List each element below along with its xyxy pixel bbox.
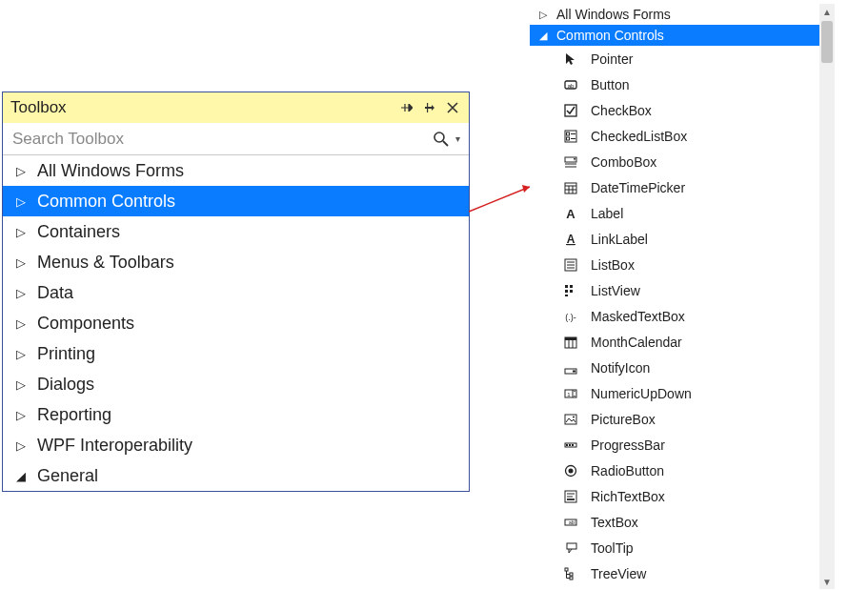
category-data[interactable]: ▷ Data — [3, 277, 469, 308]
svg-point-44 — [573, 416, 575, 417]
tool-label: LinkLabel — [591, 232, 648, 247]
tool-label: ProgressBar — [591, 437, 665, 453]
tool-listbox[interactable]: ListBox — [530, 252, 819, 277]
category-menus-toolbars[interactable]: ▷ Menus & Toolbars — [3, 247, 469, 277]
tool-linklabel[interactable]: A LinkLabel — [530, 226, 819, 252]
tool-button[interactable]: ab Button — [530, 71, 819, 97]
tool-radiobutton[interactable]: RadioButton — [530, 458, 819, 483]
search-dropdown-icon[interactable]: ▾ — [452, 133, 463, 144]
category-common-controls[interactable]: ▷ Common Controls — [3, 186, 469, 216]
tool-combobox[interactable]: ComboBox — [530, 149, 819, 174]
radiobutton-icon — [562, 462, 579, 479]
notifyicon-icon — [562, 359, 579, 376]
svg-rect-16 — [565, 183, 576, 193]
maskedtextbox-icon: (.)- — [562, 308, 579, 325]
category-components[interactable]: ▷ Components — [3, 308, 469, 338]
toolbox-panel: Toolbox ▾ ▷ All Windows Forms ▷ Common C… — [2, 92, 470, 492]
svg-rect-47 — [569, 444, 571, 446]
tool-richtextbox[interactable]: RichTextBox — [530, 483, 819, 509]
svg-text:abl: abl — [569, 519, 575, 525]
svg-rect-43 — [565, 415, 576, 424]
category-containers[interactable]: ▷ Containers — [3, 216, 469, 247]
svg-rect-9 — [567, 132, 570, 135]
combobox-icon — [562, 153, 579, 171]
category-printing[interactable]: ▷ Printing — [3, 338, 469, 369]
svg-text:(.)-: (.)- — [565, 313, 576, 322]
search-input[interactable] — [10, 129, 431, 150]
toolbox-expanded-panel: ▷ All Windows Forms ◢ Common Controls Po… — [530, 4, 835, 589]
category-all-windows-forms[interactable]: ▷ All Windows Forms — [530, 4, 819, 25]
svg-rect-0 — [427, 103, 428, 112]
tool-label: TextBox — [591, 515, 638, 530]
tool-label: DateTimePicker — [591, 180, 685, 195]
progressbar-icon — [562, 437, 579, 454]
category-common-controls[interactable]: ◢ Common Controls — [530, 25, 819, 46]
treeview-icon — [562, 565, 579, 582]
scroll-down-icon[interactable]: ▼ — [819, 574, 835, 589]
tool-monthcalendar[interactable]: MonthCalendar — [530, 329, 819, 355]
button-icon: ab — [562, 76, 579, 93]
tool-listview[interactable]: ListView — [530, 277, 819, 303]
tool-notifyicon[interactable]: NotifyIcon — [530, 355, 819, 380]
tool-label: Pointer — [591, 51, 633, 67]
tool-label: Label — [591, 206, 623, 221]
svg-text:A: A — [566, 207, 575, 220]
tool-label: ListBox — [591, 257, 635, 273]
category-label: Data — [37, 283, 73, 303]
close-icon[interactable] — [444, 99, 461, 116]
tool-maskedtextbox[interactable]: (.)- MaskedTextBox — [530, 303, 819, 329]
svg-rect-29 — [570, 285, 573, 288]
svg-rect-11 — [567, 137, 570, 140]
category-label: WPF Interoperability — [37, 436, 192, 456]
tool-label: NumericUpDown — [591, 386, 692, 401]
window-position-icon[interactable] — [398, 99, 415, 116]
tool-label: PictureBox — [591, 412, 656, 427]
tool-label: MonthCalendar — [591, 335, 682, 350]
tool-numericupdown[interactable]: 1 NumericUpDown — [530, 380, 819, 406]
collapsed-arrow-icon: ▷ — [16, 408, 30, 422]
svg-point-50 — [569, 468, 574, 473]
linklabel-icon: A — [562, 231, 579, 248]
svg-rect-31 — [570, 290, 573, 293]
svg-rect-59 — [570, 573, 573, 576]
category-reporting[interactable]: ▷ Reporting — [3, 399, 469, 430]
scroll-up-icon[interactable]: ▲ — [819, 4, 835, 19]
tool-tooltip[interactable]: ToolTip — [530, 535, 819, 560]
datetimepicker-icon — [562, 179, 579, 196]
svg-text:A: A — [567, 233, 575, 246]
tool-label: RichTextBox — [591, 489, 665, 504]
tool-label[interactable]: A Label — [530, 200, 819, 226]
tool-pointer[interactable]: Pointer — [530, 46, 819, 71]
tool-datetimepicker[interactable]: DateTimePicker — [530, 174, 819, 200]
tool-label: ToolTip — [591, 540, 634, 556]
tool-picturebox[interactable]: PictureBox — [530, 406, 819, 432]
tool-textbox[interactable]: abl TextBox — [530, 509, 819, 535]
collapsed-arrow-icon: ▷ — [539, 9, 551, 21]
scrollbar[interactable]: ▲ ▼ — [819, 4, 835, 589]
svg-line-2 — [443, 141, 448, 146]
svg-rect-46 — [566, 444, 568, 446]
category-general[interactable]: ◢ General — [3, 460, 469, 491]
category-label: Containers — [37, 222, 120, 242]
svg-rect-57 — [567, 543, 576, 549]
checkedlistbox-icon — [562, 128, 579, 145]
svg-rect-7 — [565, 105, 576, 116]
category-dialogs[interactable]: ▷ Dialogs — [3, 369, 469, 399]
collapsed-arrow-icon: ▷ — [16, 164, 30, 178]
search-icon[interactable] — [431, 129, 452, 150]
category-wpf-interop[interactable]: ▷ WPF Interoperability — [3, 430, 469, 460]
tool-progressbar[interactable]: ProgressBar — [530, 432, 819, 458]
tool-checkbox[interactable]: CheckBox — [530, 97, 819, 123]
svg-rect-60 — [570, 577, 573, 580]
tool-checkedlistbox[interactable]: CheckedListBox — [530, 123, 819, 149]
tool-webbrowser[interactable]: WebBrowser — [530, 586, 819, 589]
scroll-thumb[interactable] — [821, 21, 833, 63]
pin-icon[interactable] — [421, 99, 438, 116]
tool-label: ComboBox — [591, 154, 656, 170]
svg-rect-58 — [565, 568, 568, 571]
collapsed-arrow-icon: ▷ — [16, 347, 30, 361]
svg-rect-35 — [565, 337, 576, 340]
collapsed-arrow-icon: ▷ — [16, 255, 30, 270]
category-all-windows-forms[interactable]: ▷ All Windows Forms — [3, 155, 469, 186]
tool-treeview[interactable]: TreeView — [530, 560, 819, 586]
